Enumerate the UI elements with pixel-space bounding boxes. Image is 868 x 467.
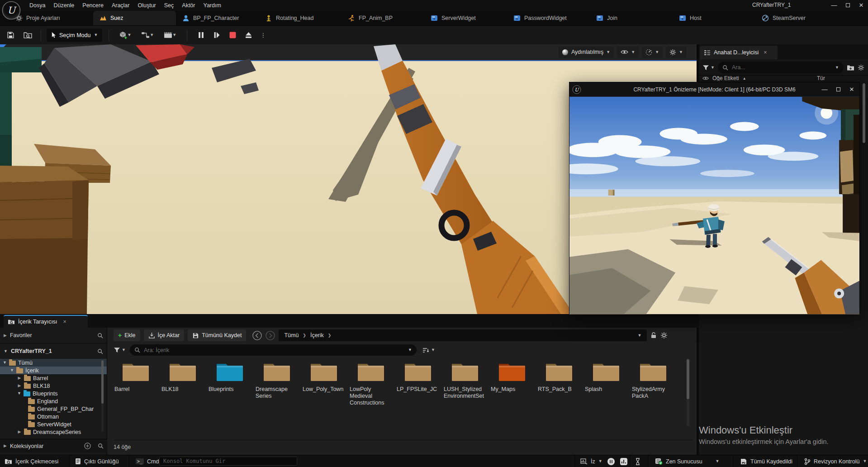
favorites-section[interactable]: ▶ Favoriler	[0, 329, 107, 341]
camera-speed-dropdown[interactable]: ▼	[642, 46, 663, 58]
cinematics-button[interactable]: ▼	[161, 29, 180, 42]
add-collection-icon[interactable]	[84, 443, 91, 449]
close-icon[interactable]: ×	[764, 49, 767, 56]
folder-dreamscape-series[interactable]: Dreamscape Series	[253, 360, 300, 400]
close-button[interactable]: ✕	[854, 0, 868, 10]
stop-button[interactable]	[226, 29, 239, 42]
content-drawer-button[interactable]: İçerik Çekmecesi	[5, 455, 58, 467]
eject-button[interactable]	[242, 29, 255, 42]
menu-sec[interactable]: Seç	[160, 0, 178, 10]
folder-blk18[interactable]: BLK18	[159, 360, 206, 393]
menu-olustur[interactable]: Oluştur	[133, 0, 160, 10]
tab-bp-fp-character[interactable]: BP_FP_Character	[176, 11, 259, 25]
output-log-button[interactable]: Çıktı Günlüğü	[75, 455, 119, 467]
play-options-menu[interactable]: ⋮	[257, 29, 269, 42]
add-actor-button[interactable]: ▼	[115, 29, 134, 42]
save-all-button[interactable]: Tümünü Kaydet	[188, 329, 246, 341]
show-flags-dropdown[interactable]: ▼	[617, 46, 639, 58]
tree-item-barrel[interactable]: ▶Barrel	[0, 374, 107, 382]
scrollbar-thumb[interactable]	[687, 359, 689, 399]
folder-my-maps[interactable]: My_Maps	[489, 360, 536, 393]
tab-rotating-head[interactable]: Rotating_Head	[259, 11, 342, 25]
tab-outliner[interactable]: Anahat D...leyicisi ×	[700, 46, 778, 59]
tab-serverwidget[interactable]: ServerWidget	[424, 11, 507, 25]
folder-blueprints[interactable]: Blueprints	[206, 360, 253, 393]
pause-button[interactable]	[194, 29, 208, 42]
add-button[interactable]: + Ekle	[114, 329, 140, 341]
chevron-down-icon[interactable]: ▼	[17, 391, 21, 396]
tree-item-serverwidget[interactable]: ServerWidget	[0, 420, 107, 428]
maximize-button[interactable]	[841, 0, 854, 10]
folder-stylizedarmy-packa[interactable]: StylizedArmy PackA	[630, 360, 677, 400]
menu-yardim[interactable]: Yardım	[199, 0, 225, 10]
collections-section[interactable]: ▶ Koleksiyonlar	[0, 439, 107, 453]
forward-button[interactable]	[266, 331, 275, 340]
blueprints-button[interactable]: ▼	[138, 29, 157, 42]
profiler-icon[interactable]	[620, 457, 628, 466]
minimize-button[interactable]: —	[827, 0, 841, 10]
asset-search-input[interactable]	[143, 347, 405, 354]
preview-title-bar[interactable]: U CRYafterTRY_1 Önizleme [NetMode: Clien…	[569, 82, 859, 96]
folder-barrel[interactable]: Barrel	[112, 360, 159, 393]
preview-close-button[interactable]: ✕	[845, 85, 859, 95]
lock-button[interactable]	[650, 332, 657, 339]
outliner-scrollbar[interactable]	[862, 82, 866, 312]
tree-item-icerik[interactable]: ▼İçerik	[0, 367, 107, 374]
sidebar-scrollbar[interactable]	[101, 360, 104, 432]
folder-low-poly-town[interactable]: Low_Poly_Town	[300, 360, 347, 393]
tab-passwordwidget[interactable]: PasswordWidget	[507, 11, 590, 25]
console-command-input[interactable]	[159, 457, 297, 466]
tree-item-blk18[interactable]: ▶BLK18	[0, 382, 107, 390]
chevron-right-icon[interactable]: ▶	[17, 376, 22, 380]
trace-dropdown[interactable]: İz ▼	[580, 455, 602, 467]
scrollbar-thumb[interactable]	[863, 83, 865, 143]
browse-content-button[interactable]	[20, 29, 35, 42]
unreal-logo[interactable]: U	[2, 1, 21, 20]
breadcrumb-root[interactable]: Tümü	[284, 332, 299, 338]
tree-item-dreamscapeseries[interactable]: ▶DreamscapeSeries	[0, 428, 107, 436]
tab-host[interactable]: Host	[673, 11, 755, 25]
import-button[interactable]: İçe Aktar	[144, 329, 185, 341]
revision-control-dropdown[interactable]: Revizyon Kontrolü ▼	[804, 455, 867, 467]
tab-join[interactable]: Join	[590, 11, 673, 25]
folder-lp-fpslite-jc[interactable]: LP_FPSLite_JC	[394, 360, 441, 393]
outliner-search[interactable]: ▼	[718, 62, 844, 73]
search-icon[interactable]	[97, 348, 103, 354]
content-settings-button[interactable]	[660, 332, 668, 339]
tab-steamserver[interactable]: SteamServer	[755, 11, 838, 25]
menu-duzenle[interactable]: Düzenle	[49, 0, 78, 10]
editor-mode-select[interactable]: Seçim Modu ▼	[47, 29, 102, 42]
chevron-down-icon[interactable]: ▼	[637, 334, 641, 338]
sort-view-options[interactable]: ▼	[422, 348, 435, 353]
create-folder-button[interactable]	[847, 64, 854, 71]
menu-pencere[interactable]: Pencere	[78, 0, 108, 10]
breadcrumb-folder[interactable]: İçerik	[310, 332, 324, 338]
tree-item-england[interactable]: England	[0, 397, 107, 405]
folder-rts-pack-b[interactable]: RTS_Pack_B	[536, 360, 583, 393]
filters-button[interactable]: ▼	[114, 347, 126, 353]
pie-preview-window[interactable]: U CRYafterTRY_1 Önizleme [NetMode: Clien…	[569, 82, 860, 314]
folder-splash[interactable]: Splash	[583, 360, 630, 393]
task-status-button[interactable]	[635, 455, 640, 467]
outliner-settings-button[interactable]	[858, 64, 864, 71]
column-item-label[interactable]: Öğe Etiketi	[712, 75, 739, 81]
search-icon[interactable]	[97, 333, 103, 338]
chevron-right-icon[interactable]: ▶	[17, 384, 22, 388]
chevron-down-icon[interactable]: ▼	[10, 368, 14, 372]
search-icon[interactable]	[98, 443, 104, 449]
folder-lush-stylized[interactable]: LUSH_Stylized EnvironmentSet	[441, 360, 489, 400]
folder-lowpoly-medieval[interactable]: LowPoly Medieval Constructions	[347, 360, 394, 406]
tab-proje-ayarlari[interactable]: Proje Ayarları	[9, 11, 93, 25]
tree-item-blueprints[interactable]: ▼Blueprints	[0, 390, 107, 397]
column-type-label[interactable]: Tür	[817, 75, 825, 81]
tree-item-general-fp-bp-char[interactable]: General_FP_BP_Char	[0, 405, 107, 413]
tree-item-tumu[interactable]: ▼Tümü	[0, 359, 107, 367]
outliner-filter-button[interactable]: ▼	[702, 65, 715, 71]
grid-scrollbar[interactable]	[687, 358, 689, 426]
view-mode-dropdown[interactable]: Aydınlatılmış ▼	[558, 46, 614, 58]
tab-fp-anim-bp[interactable]: FP_Anim_BP	[342, 11, 424, 25]
close-icon[interactable]: ×	[63, 319, 66, 325]
preview-minimize-button[interactable]: —	[818, 85, 831, 95]
viewport-settings-dropdown[interactable]: ▼	[666, 46, 687, 58]
menu-aktor[interactable]: Aktör	[178, 0, 199, 10]
